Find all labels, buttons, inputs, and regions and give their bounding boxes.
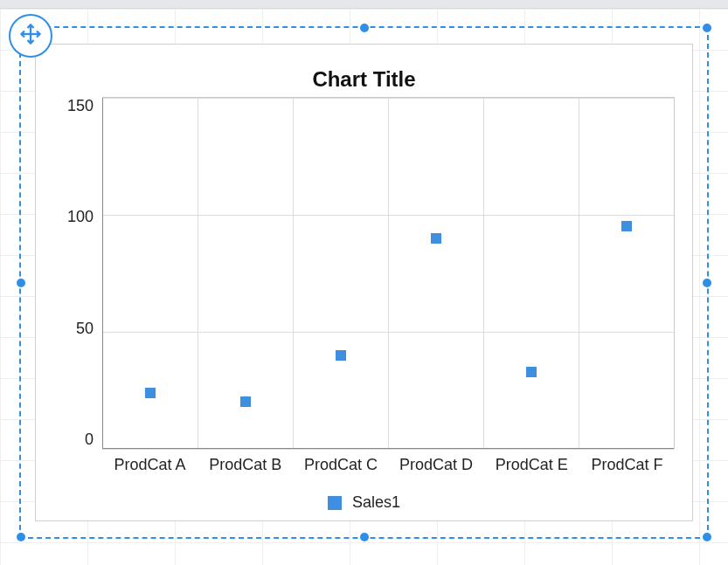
y-axis: 150100500 — [53, 97, 102, 449]
x-axis-labels: ProdCat AProdCat BProdCat CProdCat DProd… — [102, 449, 675, 474]
move-handle[interactable] — [9, 14, 52, 58]
move-arrows-icon — [18, 22, 43, 50]
x-tick-label: ProdCat D — [389, 449, 484, 474]
gridline-vertical — [483, 98, 484, 449]
gridline-vertical — [293, 98, 294, 449]
plot-area[interactable] — [102, 97, 675, 449]
y-axis-line — [102, 98, 103, 449]
ruler-strip — [0, 0, 728, 9]
resize-handle-bottom-right[interactable] — [703, 533, 711, 541]
x-tick-label: ProdCat F — [579, 449, 675, 474]
resize-handle-bottom-left[interactable] — [17, 533, 25, 541]
y-tick-label: 150 — [67, 97, 94, 115]
resize-handle-top-middle[interactable] — [360, 24, 369, 32]
resize-handle-top-right[interactable] — [703, 24, 711, 32]
x-axis-line — [102, 448, 674, 449]
gridline-vertical — [388, 98, 389, 449]
legend-swatch-icon — [328, 496, 342, 510]
legend-series-label: Sales1 — [352, 493, 400, 512]
plot-box — [102, 97, 675, 449]
chart-body: 150100500 — [53, 97, 675, 449]
gridline-horizontal — [102, 449, 674, 450]
resize-handle-bottom-middle[interactable] — [360, 533, 369, 541]
resize-handle-middle-left[interactable] — [17, 279, 25, 287]
x-tick-label: ProdCat B — [198, 449, 293, 474]
data-point[interactable] — [526, 367, 537, 377]
y-tick-label: 100 — [67, 208, 94, 226]
gridline-vertical — [579, 98, 579, 449]
x-tick-label: ProdCat C — [293, 449, 388, 474]
y-tick-label: 50 — [76, 320, 94, 338]
legend[interactable]: Sales1 — [53, 493, 675, 512]
y-tick-label: 0 — [85, 431, 94, 449]
resize-handle-middle-right[interactable] — [703, 279, 711, 287]
x-tick-label: ProdCat A — [102, 449, 198, 474]
data-point[interactable] — [240, 396, 251, 407]
data-point[interactable] — [621, 221, 632, 231]
data-point[interactable] — [336, 350, 346, 361]
chart-item[interactable]: Chart Title 150100500 ProdCat AProdCat B… — [35, 44, 693, 521]
data-point[interactable] — [145, 388, 156, 398]
report-designer-canvas: Chart Title 150100500 ProdCat AProdCat B… — [0, 0, 728, 565]
x-tick-label: ProdCat E — [484, 449, 579, 474]
chart-title[interactable]: Chart Title — [53, 67, 675, 92]
data-point[interactable] — [431, 233, 441, 244]
gridline-vertical — [198, 98, 198, 449]
